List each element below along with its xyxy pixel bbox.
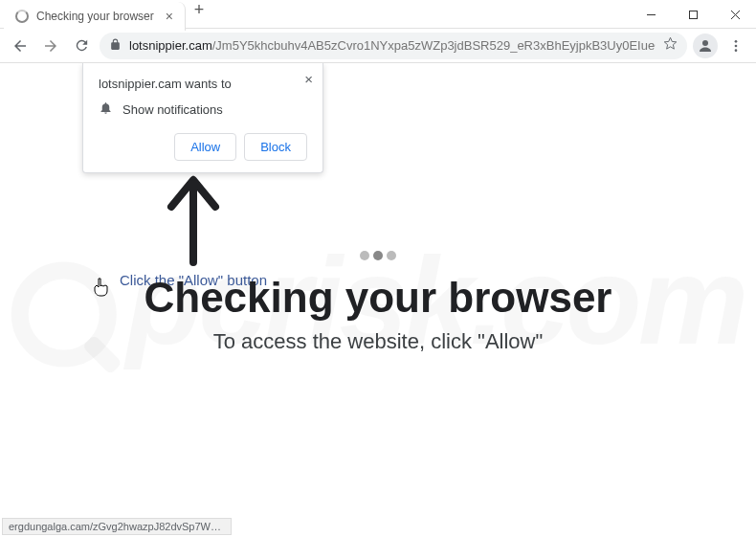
forward-button[interactable] [38, 34, 63, 58]
loading-dot [360, 251, 369, 260]
new-tab-button[interactable]: + [186, 0, 212, 20]
arrow-hint: Click the "Allow" button [120, 168, 267, 288]
page-subtext: To access the website, click "Allow" [0, 329, 756, 354]
bell-icon [99, 101, 113, 118]
block-button[interactable]: Block [244, 133, 307, 161]
browser-menu-button[interactable] [723, 38, 748, 54]
status-bar: ergdungalga.cam/zGvg2hwazpJ82dvSp7WbufI5… [2, 518, 232, 535]
window-minimize-button[interactable] [630, 0, 672, 29]
page-heading: Checking your browser [0, 274, 756, 322]
svg-rect-1 [689, 11, 697, 18]
up-arrow-icon [120, 168, 267, 278]
svg-point-4 [702, 40, 708, 46]
page-main-text: Checking your browser To access the webs… [0, 274, 756, 354]
loading-dots [360, 251, 396, 260]
url-path: /Jm5Y5khcbuhv4AB5zCvro1NYxpa5zWZp3jdBSR5… [212, 38, 656, 53]
svg-point-6 [735, 44, 738, 47]
back-button[interactable] [8, 34, 33, 58]
reload-button[interactable] [69, 34, 94, 58]
profile-avatar-button[interactable] [693, 34, 718, 58]
loading-dot [387, 251, 396, 260]
address-bar[interactable]: lotsnippier.cam/Jm5Y5khcbuhv4AB5zCvro1NY… [100, 33, 687, 59]
pointer-cursor-icon [92, 277, 111, 304]
lock-icon [109, 37, 122, 55]
allow-button[interactable]: Allow [174, 133, 236, 161]
window-maximize-button[interactable] [672, 0, 714, 29]
tab-favicon-spinner-icon [15, 10, 29, 23]
page-viewport: pcrisk.com × lotsnippier.cam wants to Sh… [0, 63, 756, 537]
permission-capability-row: Show notifications [99, 101, 307, 118]
svg-point-7 [735, 49, 738, 52]
browser-tab[interactable]: Checking your browser × [4, 2, 186, 31]
permission-capability-label: Show notifications [122, 102, 223, 117]
window-controls [630, 0, 756, 29]
window-titlebar: Checking your browser × + [0, 0, 756, 29]
permission-actions: Allow Block [99, 133, 307, 161]
svg-point-5 [735, 40, 738, 43]
permission-close-icon[interactable]: × [304, 71, 313, 87]
permission-origin-text: lotsnippier.cam wants to [99, 77, 307, 91]
notification-permission-prompt: × lotsnippier.cam wants to Show notifica… [82, 63, 323, 173]
browser-toolbar: lotsnippier.cam/Jm5Y5khcbuhv4AB5zCvro1NY… [0, 29, 756, 63]
tab-title: Checking your browser [36, 10, 154, 23]
tab-close-icon[interactable]: × [162, 9, 177, 24]
bookmark-star-icon[interactable] [663, 36, 678, 55]
loading-dot [373, 251, 383, 260]
url-domain: lotsnippier.cam [129, 38, 212, 53]
url-text: lotsnippier.cam/Jm5Y5khcbuhv4AB5zCvro1NY… [129, 38, 656, 53]
window-close-button[interactable] [714, 0, 756, 29]
